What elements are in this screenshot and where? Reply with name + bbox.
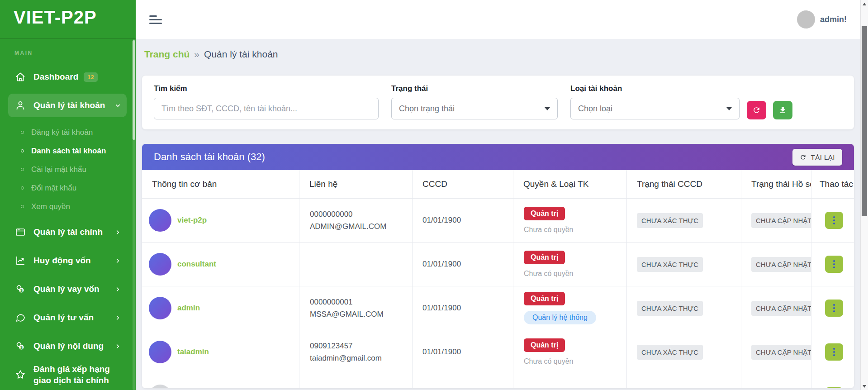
user-name[interactable]: admin! (820, 15, 847, 24)
contact-cell (299, 374, 413, 388)
table-row-1: viet-p2p0000000000ADMIN@GMAIL.COM01/01/1… (142, 199, 854, 243)
dashboard-count-badge: 12 (84, 72, 97, 82)
profile-status-cell: CHƯA CẬP NHẬT (741, 243, 811, 286)
cccd-cell: 01/01/1900 (413, 243, 513, 286)
account-name-link[interactable]: viet-p2p (177, 216, 207, 225)
page-scrollbar[interactable] (860, 0, 868, 390)
sidebar: VIET-P2P MAIN Dashboard12Quản lý tài kho… (0, 0, 136, 390)
sidebar-item-label: Quản lý vay vốn (33, 284, 100, 294)
account-avatar (149, 385, 171, 388)
app-root: VIET-P2P MAIN Dashboard12Quản lý tài kho… (0, 0, 868, 390)
user-icon (15, 100, 26, 111)
permission-pill[interactable]: Quản lý hệ thống (524, 311, 596, 324)
submenu-item-label: Đổi mật khẩu (31, 184, 76, 193)
chart-line-icon (15, 255, 26, 266)
cccd-status-cell: CHƯA XÁC THỰC (627, 286, 741, 330)
refresh-icon (752, 106, 761, 114)
role-cell: Quản trịQuản lý hệ thống (513, 286, 627, 330)
profile-status-badge: CHƯA CẬP NHẬT (751, 213, 811, 228)
download-icon (778, 106, 787, 114)
sidebar-item-5[interactable]: Quản lý tư vấn (8, 306, 127, 329)
reset-filters-button[interactable] (747, 101, 766, 119)
account-avatar (149, 253, 171, 276)
scroll-down-arrow[interactable] (861, 382, 868, 390)
sidebar-scrollbar-thumb[interactable] (133, 40, 135, 140)
table-row-4: taiadmin0909123457taiadmin@gmail.com01/0… (142, 330, 854, 374)
sidebar-submenu: Đăng ký tài khoảnDanh sách tài khoảnCài … (8, 122, 127, 220)
cccd-cell (413, 374, 513, 388)
reload-table-button[interactable]: TẢI LẠI (792, 149, 842, 166)
email-address: MSSA@GMAIL.COM (310, 310, 412, 319)
chevron-right-icon (114, 286, 121, 293)
breadcrumb-current: Quản lý tài khoản (204, 49, 278, 60)
row-actions-button[interactable] (825, 256, 843, 273)
cccd-date: 01/01/1900 (422, 304, 461, 313)
account-name-link[interactable]: taiadmin (177, 347, 209, 357)
status-select[interactable]: Chọn trạng thái (391, 98, 558, 119)
account-table-card: Danh sách tài khoản (32) TẢI LẠI Thông t… (142, 144, 854, 388)
contact-cell: 0000000000ADMIN@GMAIL.COM (299, 199, 413, 242)
user-menu[interactable]: admin! (797, 10, 847, 29)
svg-text:$: $ (20, 288, 23, 293)
submenu-item-3[interactable]: Đổi mật khẩu (8, 179, 127, 197)
chevron-right-icon (114, 343, 121, 350)
profile-status-badge: CHƯA CẬP NHẬT (751, 345, 811, 360)
refresh-icon (800, 154, 806, 161)
sidebar-item-0[interactable]: Dashboard12 (8, 65, 127, 89)
submenu-item-label: Cài lại mật khẩu (31, 165, 86, 174)
row-actions-button[interactable] (825, 300, 843, 317)
sidebar-item-label: Đánh giá xếp hạng giao dịch tài chính (33, 363, 121, 386)
type-select-value: Chọn loại (578, 104, 612, 114)
sidebar-item-6[interactable]: $Quản lý nội dung (8, 334, 127, 358)
contact-cell: 0909123457taiadmin@gmail.com (299, 330, 413, 374)
phone-number: 0000000000 (310, 210, 412, 219)
email-address: ADMIN@GMAIL.COM (310, 222, 412, 231)
submenu-item-1[interactable]: Danh sách tài khoản (8, 142, 127, 160)
svg-text:$: $ (20, 345, 23, 350)
contact-cell: 0000000001MSSA@GMAIL.COM (299, 286, 413, 330)
contact-cell (299, 243, 413, 286)
submenu-item-4[interactable]: Xem quyền (8, 197, 127, 216)
avatar[interactable] (797, 10, 815, 29)
brand-logo[interactable]: VIET-P2P (0, 0, 136, 39)
row-actions-button[interactable] (825, 343, 843, 361)
account-name-link[interactable]: admin (177, 304, 200, 313)
row-actions-button[interactable] (825, 387, 843, 388)
sidebar-item-4[interactable]: $Quản lý vay vốn (8, 277, 127, 301)
scrollbar-thumb[interactable] (862, 26, 867, 216)
profile-status-cell (741, 374, 811, 388)
actions-cell (811, 286, 854, 330)
cccd-cell: 01/01/1900 (413, 330, 513, 374)
submenu-item-label: Danh sách tài khoản (31, 147, 106, 156)
cccd-date: 01/01/1900 (422, 216, 461, 225)
column-header-4: Quyền & Loại TK (513, 170, 627, 198)
sidebar-item-1[interactable]: Quản lý tài khoản (8, 94, 127, 117)
bullet-icon (21, 149, 24, 152)
cccd-status-cell: CHƯA XÁC THỰC (627, 199, 741, 242)
account-name-link[interactable]: consultant (177, 260, 216, 269)
sidebar-scrollbar[interactable] (133, 39, 135, 390)
cccd-date: 01/01/1900 (422, 347, 461, 357)
sidebar-item-3[interactable]: Huy động vốn (8, 249, 127, 272)
row-actions-button[interactable] (825, 212, 843, 229)
hamburger-menu-icon[interactable] (149, 15, 163, 24)
star-icon (15, 369, 26, 380)
column-header-3: CCCD (413, 170, 513, 198)
submenu-item-2[interactable]: Cài lại mật khẩu (8, 160, 127, 179)
cccd-status-cell: CHƯA XÁC THỰC (627, 330, 741, 374)
caret-down-icon (726, 107, 732, 110)
table-body: viet-p2p0000000000ADMIN@GMAIL.COM01/01/1… (142, 199, 854, 388)
search-input[interactable] (154, 98, 379, 119)
chevron-right-icon (114, 229, 121, 236)
sidebar-item-7[interactable]: Đánh giá xếp hạng giao dịch tài chính (8, 363, 127, 386)
submenu-item-0[interactable]: Đăng ký tài khoản (8, 123, 127, 142)
credit-card-icon (15, 227, 26, 238)
breadcrumb-home-link[interactable]: Trang chủ (144, 49, 190, 60)
sidebar-item-2[interactable]: Quản lý tài chính (8, 220, 127, 244)
breadcrumb: Trang chủ » Quản lý tài khoản (144, 49, 854, 60)
type-select[interactable]: Chọn loại (570, 98, 740, 119)
reload-table-label: TẢI LẠI (811, 153, 835, 161)
export-download-button[interactable] (773, 101, 792, 119)
scroll-up-arrow[interactable] (861, 0, 868, 8)
main-content: Trang chủ » Quản lý tài khoản Tìm kiếm T… (136, 39, 860, 390)
